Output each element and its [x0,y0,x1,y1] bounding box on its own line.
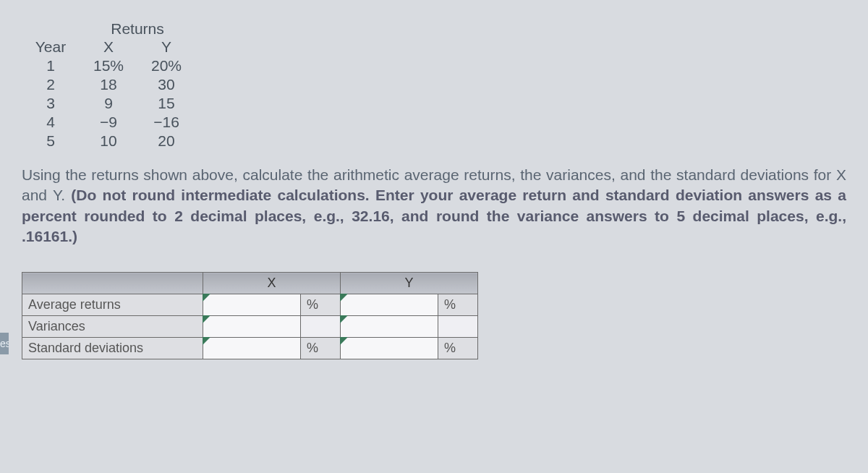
answer-row: Average returns % % [22,294,478,316]
cell-year: 3 [22,94,80,113]
sidebar-fragment: es [0,333,9,354]
cell-x: 18 [80,75,137,94]
cell-y: 20% [137,56,195,75]
cell-x: 15% [80,56,137,75]
cell-x: 10 [80,132,137,150]
cell-y: 30 [137,75,195,94]
variance-x-input[interactable] [203,316,301,338]
unit-label [438,316,478,338]
answer-header-row: X Y [22,273,478,294]
cell-year: 4 [22,113,80,132]
cell-year: 5 [22,132,80,150]
avg-return-x-input[interactable] [203,294,301,316]
input-flag-icon [340,294,348,302]
table-row: 3 9 15 [22,94,854,113]
header-blank [22,273,203,294]
variance-y-input[interactable] [341,316,438,338]
stddev-y-input[interactable] [341,338,438,359]
cell-x: −9 [80,113,137,132]
unit-label: % [438,294,478,316]
answer-row: Standard deviations % % [22,338,478,359]
cell-y: −16 [137,113,195,132]
question-instructions: Using the returns shown above, calculate… [22,165,854,247]
answer-table: X Y Average returns % % Variances Standa… [22,272,478,359]
answer-header-y: Y [341,273,478,294]
instructions-bold: (Do not round intermediate calculations.… [22,187,846,244]
cell-y: 20 [137,132,195,150]
header-y: Y [137,38,195,56]
cell-year: 1 [22,56,80,75]
header-year: Year [22,38,80,56]
input-flag-icon [203,294,210,302]
row-label: Average returns [22,294,203,316]
table-row: 4 −9 −16 [22,113,854,132]
stddev-x-input[interactable] [203,338,301,359]
returns-header: Returns [80,20,195,38]
cell-x: 9 [80,94,137,113]
unit-label: % [301,294,341,316]
answer-header-x: X [203,273,341,294]
table-row: 2 18 30 [22,75,854,94]
avg-return-y-input[interactable] [341,294,438,316]
returns-data-table: Returns Year X Y 1 15% 20% 2 18 30 3 9 1… [22,20,854,150]
table-row: 5 10 20 [22,132,854,150]
input-flag-icon [203,315,210,323]
cell-y: 15 [137,94,195,113]
input-flag-icon [203,337,210,345]
header-x: X [80,38,137,56]
unit-label [301,316,341,338]
table-row: 1 15% 20% [22,56,854,75]
input-flag-icon [340,315,348,323]
row-label: Standard deviations [22,338,203,359]
row-label: Variances [22,316,203,338]
question-content: Returns Year X Y 1 15% 20% 2 18 30 3 9 1… [22,20,854,359]
answer-row: Variances [22,316,478,338]
input-flag-icon [340,337,348,345]
cell-year: 2 [22,75,80,94]
unit-label: % [301,338,341,359]
unit-label: % [438,338,478,359]
